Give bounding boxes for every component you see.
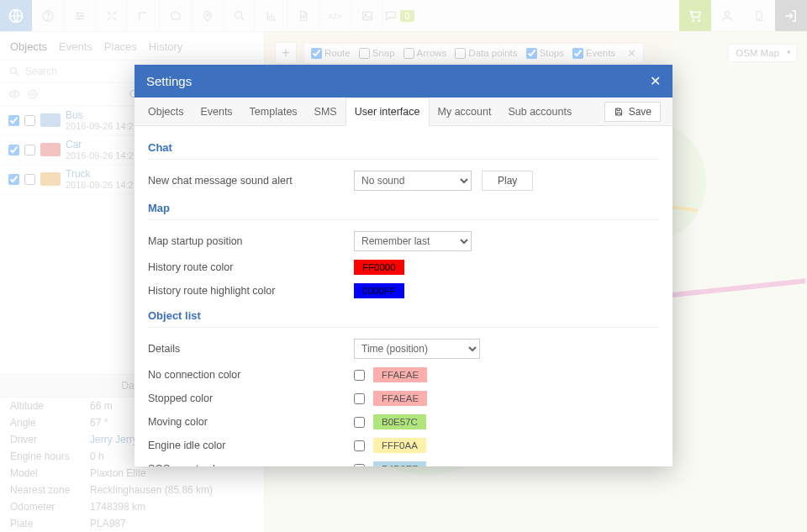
map-startup-select[interactable]: Remember last bbox=[354, 231, 472, 251]
modal-tab-events[interactable]: Events bbox=[192, 98, 240, 125]
modal-body: Chat New chat message sound alert No sou… bbox=[134, 126, 672, 466]
color-swatch[interactable]: B0E57C bbox=[373, 414, 426, 429]
history-route-color-label: History route color bbox=[148, 261, 354, 273]
color-enable-checkbox[interactable] bbox=[354, 393, 365, 404]
details-select[interactable]: Time (position) bbox=[354, 339, 480, 359]
color-row: SOS event color B4D8E7 bbox=[148, 457, 659, 466]
history-route-highlight-swatch[interactable]: 0000FF bbox=[354, 283, 404, 298]
modal-tab-objects[interactable]: Objects bbox=[140, 98, 192, 125]
play-button[interactable]: Play bbox=[482, 171, 533, 191]
history-route-color-swatch[interactable]: FF0000 bbox=[354, 260, 404, 275]
chat-sound-select[interactable]: No sound bbox=[354, 171, 472, 191]
color-row: Moving color B0E57C bbox=[148, 410, 659, 434]
modal-tab-templates[interactable]: Templates bbox=[241, 98, 306, 125]
section-objectlist: Object list bbox=[148, 303, 659, 328]
modal-header: Settings ✕ bbox=[134, 65, 672, 97]
map-startup-label: Map startup position bbox=[148, 235, 354, 247]
color-label: Engine idle color bbox=[148, 440, 354, 451]
color-label: SOS event color bbox=[148, 463, 354, 466]
modal-title: Settings bbox=[146, 74, 192, 88]
color-row: Engine idle color FFF0AA bbox=[148, 434, 659, 457]
save-button[interactable]: Save bbox=[604, 102, 661, 122]
color-row: Stopped color FFAEAE bbox=[148, 387, 659, 410]
history-route-highlight-label: History route highlight color bbox=[148, 285, 354, 297]
color-label: Moving color bbox=[148, 416, 354, 428]
modal-tab-sms[interactable]: SMS bbox=[306, 98, 345, 125]
section-chat: Chat bbox=[148, 134, 659, 160]
color-enable-checkbox[interactable] bbox=[354, 417, 365, 428]
modal-tab-my-account[interactable]: My account bbox=[430, 98, 500, 125]
color-swatch[interactable]: FFF0AA bbox=[373, 438, 426, 453]
settings-modal: Settings ✕ ObjectsEventsTemplatesSMSUser… bbox=[134, 65, 672, 466]
color-enable-checkbox[interactable] bbox=[354, 370, 365, 381]
color-swatch[interactable]: FFAEAE bbox=[373, 367, 427, 382]
section-map: Map bbox=[148, 195, 659, 220]
color-swatch[interactable]: B4D8E7 bbox=[373, 461, 426, 466]
modal-tab-sub-accounts[interactable]: Sub accounts bbox=[499, 98, 580, 125]
color-label: No connection color bbox=[148, 369, 354, 381]
chat-sound-label: New chat message sound alert bbox=[148, 175, 354, 187]
color-swatch[interactable]: FFAEAE bbox=[373, 391, 427, 406]
modal-tab-user-interface[interactable]: User interface bbox=[345, 97, 430, 126]
close-icon[interactable]: ✕ bbox=[650, 73, 661, 89]
color-enable-checkbox[interactable] bbox=[354, 464, 365, 467]
color-row: No connection color FFAEAE bbox=[148, 363, 659, 387]
details-label: Details bbox=[148, 343, 354, 355]
save-icon bbox=[614, 107, 624, 117]
color-enable-checkbox[interactable] bbox=[354, 440, 365, 451]
color-label: Stopped color bbox=[148, 392, 354, 404]
modal-tabs: ObjectsEventsTemplatesSMSUser interfaceM… bbox=[134, 97, 672, 126]
